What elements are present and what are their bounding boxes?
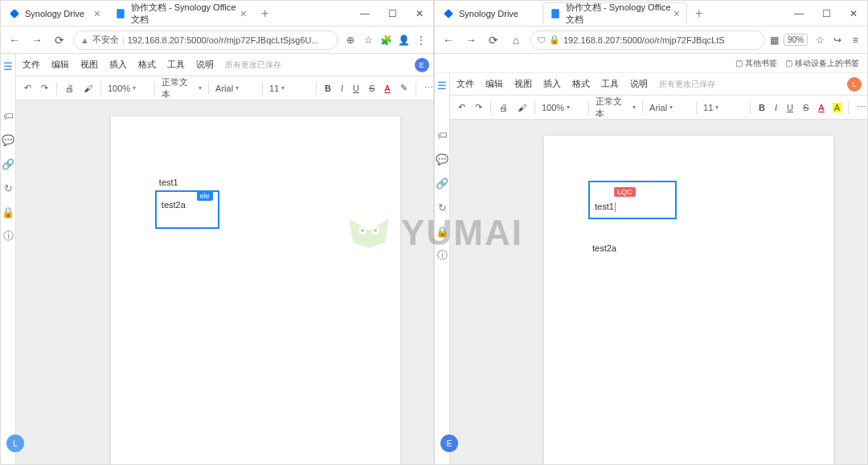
undo-button[interactable]: ↶ — [23, 81, 33, 95]
bold-button[interactable]: B — [757, 101, 767, 114]
link-icon[interactable]: 🔗 — [1, 157, 15, 171]
tab-drive[interactable]: Synology Drive × — [2, 2, 107, 25]
strike-button[interactable]: S — [801, 101, 810, 114]
paint-button[interactable]: 🖌 — [516, 101, 528, 114]
text-line[interactable]: test1 — [159, 177, 178, 187]
text-box[interactable]: ele test2a — [155, 190, 219, 229]
zoom-select[interactable]: 100%▾ — [542, 103, 582, 112]
redo-button[interactable]: ↷ — [39, 81, 50, 95]
back-button[interactable]: ← — [6, 31, 23, 49]
menu-insert[interactable]: 插入 — [543, 78, 561, 90]
more-button[interactable]: ⋯ — [855, 100, 867, 114]
bold-button[interactable]: B — [323, 82, 333, 95]
underline-button[interactable]: U — [351, 82, 361, 95]
minimize-button[interactable]: — — [787, 6, 811, 22]
new-tab-button[interactable]: + — [255, 6, 275, 21]
menu-icon[interactable]: ☰ — [435, 78, 449, 92]
document-canvas[interactable]: test1 ele test2a — [16, 100, 433, 464]
bookmark-mobile[interactable]: ▢ 移动设备上的书签 — [785, 58, 859, 69]
menu-icon[interactable]: ≡ — [848, 33, 862, 47]
menu-edit[interactable]: 编辑 — [51, 59, 69, 71]
bookmark-other[interactable]: ▢ 其他书签 — [735, 58, 777, 69]
menu-file[interactable]: 文件 — [23, 59, 40, 71]
text-box[interactable]: LQC test1 — [588, 181, 677, 219]
close-button[interactable]: ✕ — [841, 6, 866, 22]
highlight-button[interactable]: A — [833, 103, 841, 112]
size-select[interactable]: 11▾ — [703, 103, 743, 112]
bottom-avatar[interactable]: L — [6, 428, 24, 459]
tab-close-icon[interactable]: × — [240, 7, 247, 20]
menu-format[interactable]: 格式 — [138, 59, 156, 71]
textbox-content[interactable]: test2a — [162, 200, 186, 210]
menu-format[interactable]: 格式 — [572, 78, 590, 90]
document-canvas[interactable]: LQC test1 test2a — [450, 120, 867, 464]
font-select[interactable]: Arial▾ — [649, 103, 690, 112]
menu-edit[interactable]: 编辑 — [485, 78, 503, 90]
link-icon[interactable]: 🔗 — [435, 176, 449, 190]
menu-file[interactable]: 文件 — [457, 78, 474, 90]
user-avatar[interactable]: L — [847, 77, 862, 92]
font-select[interactable]: Arial▾ — [215, 84, 256, 93]
menu-tools[interactable]: 工具 — [167, 59, 185, 71]
history-icon[interactable]: ↻ — [1, 181, 15, 195]
comment-icon[interactable]: 💬 — [435, 152, 449, 166]
print-button[interactable]: 🖨 — [63, 82, 76, 95]
highlight-button[interactable]: ✎ — [399, 81, 409, 95]
extension-icon[interactable]: 🧩 — [379, 33, 393, 47]
profile-icon[interactable]: 👤 — [396, 33, 411, 47]
history-icon[interactable]: ↻ — [435, 200, 449, 214]
lock-icon[interactable]: 🔒 — [435, 224, 449, 239]
info-icon[interactable]: ⓘ — [435, 248, 449, 263]
style-select[interactable]: 正常文本▾ — [596, 96, 636, 120]
italic-button[interactable]: I — [773, 101, 779, 114]
tab-drive[interactable]: Synology Drive — [436, 2, 541, 25]
maximize-button[interactable]: ☐ — [380, 6, 404, 22]
forward-button[interactable]: → — [462, 31, 480, 49]
reload-button[interactable]: ⟳ — [485, 31, 502, 49]
tab-doc[interactable]: 协作文档 - Synology Office 文档 × — [108, 2, 253, 25]
url-input[interactable]: 🛡 🔒 192.168.8.207:5000/oo/r/mjp72FJBqcLt… — [530, 31, 765, 50]
bottom-avatar[interactable]: E — [440, 428, 458, 459]
tag-icon[interactable]: 🏷 — [1, 108, 15, 123]
bookmark-icon[interactable]: ☆ — [813, 33, 827, 47]
url-input[interactable]: ▲ 不安全 | 192.168.8.207:5000/oo/r/mjp72FJB… — [73, 31, 338, 50]
paint-button[interactable]: 🖌 — [82, 82, 94, 95]
menu-help[interactable]: 说明 — [196, 59, 214, 71]
translate-icon[interactable]: ⊕ — [343, 33, 358, 47]
zoom-badge[interactable]: 90% — [784, 34, 808, 46]
home-button[interactable]: ⌂ — [507, 31, 525, 49]
menu-icon[interactable]: ☰ — [1, 59, 15, 73]
close-button[interactable]: ✕ — [407, 6, 432, 22]
tab-doc[interactable]: 协作文档 - Synology Office 文档 × — [542, 2, 687, 25]
maximize-button[interactable]: ☐ — [814, 6, 838, 22]
zoom-select[interactable]: 100%▾ — [108, 84, 148, 93]
menu-tools[interactable]: 工具 — [601, 78, 619, 90]
library-icon[interactable]: ↪ — [830, 33, 845, 47]
style-select[interactable]: 正常文本▾ — [162, 76, 202, 100]
textbox-content[interactable]: test1 — [595, 202, 614, 211]
textcolor-button[interactable]: A — [383, 82, 391, 95]
page[interactable]: LQC test1 test2a — [544, 136, 833, 464]
tab-close-icon[interactable]: × — [94, 7, 100, 20]
user-avatar[interactable]: E — [415, 58, 429, 72]
lock-icon[interactable]: 🔒 — [1, 205, 15, 219]
forward-button[interactable]: → — [28, 31, 46, 49]
textcolor-button[interactable]: A — [817, 101, 825, 114]
italic-button[interactable]: I — [339, 82, 345, 95]
menu-icon[interactable]: ⋮ — [414, 33, 428, 47]
qr-icon[interactable]: ▦ — [770, 35, 779, 46]
text-line[interactable]: test2a — [592, 243, 616, 253]
more-button[interactable]: ⋯ — [423, 81, 433, 95]
undo-button[interactable]: ↶ — [457, 100, 467, 114]
comment-icon[interactable]: 💬 — [1, 133, 15, 147]
strike-button[interactable]: S — [367, 82, 376, 95]
info-icon[interactable]: ⓘ — [1, 229, 15, 243]
menu-help[interactable]: 说明 — [630, 78, 648, 90]
redo-button[interactable]: ↷ — [473, 100, 484, 114]
underline-button[interactable]: U — [785, 101, 795, 114]
reload-button[interactable]: ⟳ — [51, 31, 68, 49]
menu-insert[interactable]: 插入 — [109, 59, 127, 71]
page[interactable]: test1 ele test2a — [111, 116, 400, 464]
menu-view[interactable]: 视图 — [80, 59, 98, 71]
bookmark-icon[interactable]: ☆ — [361, 33, 375, 47]
